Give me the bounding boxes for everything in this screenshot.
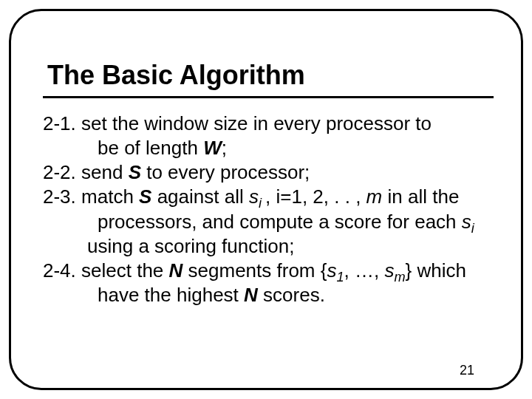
step-continuation: processors, and compute a score for each…	[43, 210, 494, 234]
step-continuation: using a scoring function;	[43, 234, 494, 259]
var-m: m	[366, 185, 383, 208]
step-number: 2-4.	[43, 259, 76, 282]
step-number: 2-2.	[43, 161, 76, 183]
subscript-m: m	[394, 270, 405, 284]
var-sm: s	[384, 259, 394, 282]
page-number: 21	[460, 363, 474, 378]
step-text: , i=1, 2, . . ,	[265, 185, 366, 208]
var-n: N	[169, 259, 183, 282]
step-text: set the window size in every processor t…	[76, 112, 432, 134]
step-number: 2-1.	[43, 112, 76, 134]
subscript-i: i	[471, 221, 474, 236]
step-text: to every processor;	[141, 161, 310, 183]
step-text: in all the	[382, 185, 459, 208]
step-text: send	[76, 161, 129, 183]
slide: The Basic Algorithm 2-1. set the window …	[0, 0, 532, 399]
step-2-1: 2-1. set the window size in every proces…	[43, 112, 494, 161]
step-continuation: have the highest N scores.	[43, 283, 494, 307]
step-text: , …,	[344, 259, 385, 282]
step-text: } which	[406, 259, 466, 282]
var-n: N	[244, 284, 258, 306]
subscript-1: 1	[336, 270, 344, 284]
step-2-2: 2-2. send S to every processor;	[43, 160, 494, 185]
step-2-4: 2-4. select the N segments from {s1, …, …	[43, 259, 494, 308]
text: processors, and compute a score for each	[98, 211, 462, 233]
slide-body: 2-1. set the window size in every proces…	[43, 112, 494, 308]
subscript-i: i	[259, 197, 265, 211]
step-text: match	[76, 185, 139, 208]
step-text: segments from {	[183, 259, 327, 282]
var-s: S	[129, 161, 141, 183]
title-underline	[43, 96, 494, 98]
step-2-3: 2-3. match S against all si , i=1, 2, . …	[43, 185, 494, 259]
var-si: s	[462, 211, 471, 233]
step-continuation: be of length W;	[43, 136, 494, 160]
step-text: select the	[76, 259, 169, 282]
text: using a scoring function;	[87, 235, 294, 257]
step-number: 2-3.	[43, 185, 76, 208]
var-s1: s	[327, 259, 336, 282]
text: ;	[222, 137, 227, 159]
slide-content: The Basic Algorithm 2-1. set the window …	[9, 9, 523, 390]
var-si: s	[249, 185, 259, 208]
var-s: S	[139, 185, 151, 208]
var-w: W	[203, 137, 222, 159]
step-text: against all	[151, 185, 249, 208]
text: scores.	[258, 284, 325, 306]
slide-title: The Basic Algorithm	[47, 61, 497, 90]
text: be of length	[98, 137, 203, 159]
text: have the highest	[98, 284, 244, 306]
